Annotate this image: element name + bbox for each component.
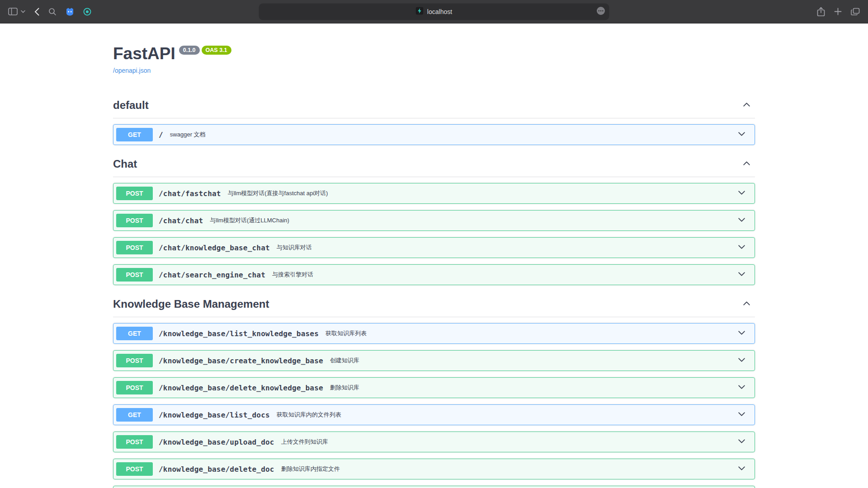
collapse-tag-button[interactable] [738,98,755,113]
api-sections: defaultGET/swagger 文档ChatPOST/chat/fastc… [113,94,755,488]
method-badge: POST [116,214,153,227]
operation-summary: 与搜索引擎对话 [272,271,313,279]
expand-operation-button[interactable] [733,408,750,422]
operation-row[interactable]: GET/knowledge_base/list_docs获取知识库内的文件列表 [113,404,755,425]
chevron-down-icon [737,328,746,339]
search-icon [48,8,57,16]
operation-row[interactable]: POST/knowledge_base/delete_knowledge_bas… [113,377,755,398]
chevron-down-icon [737,129,746,140]
share-icon [817,7,825,17]
method-badge: POST [116,241,153,254]
operation-path: /chat/knowledge_base_chat [159,244,270,252]
operation-path: /knowledge_base/upload_doc [159,438,274,446]
operation-row[interactable]: POST/knowledge_base/update_doc更新现有文件到知识库 [113,486,755,488]
method-badge: GET [116,408,153,422]
collapse-tag-button[interactable] [738,157,755,171]
tab-overview-icon [851,8,860,16]
method-badge: POST [116,462,153,476]
chevron-down-icon [737,215,746,226]
site-favicon [416,7,424,16]
chevron-up-icon [742,100,751,111]
plus-icon [834,8,842,15]
sidebar-toggle-icon [8,8,18,15]
tag-title: Chat [113,158,137,170]
extension-blue-button[interactable] [65,7,75,17]
version-badge: 0.1.0 [179,46,200,55]
operation-row[interactable]: POST/knowledge_base/upload_doc上传文件到知识库 [113,432,755,452]
operation-summary: 与知识库对话 [277,244,312,252]
chevron-down-icon [737,409,746,420]
address-bar[interactable]: localhost [259,3,609,20]
new-tab-button[interactable] [833,7,843,16]
operation-row[interactable]: POST/chat/chat与llm模型对话(通过LLMChain) [113,210,755,231]
browser-window: localhost [0,0,868,488]
operation-path: /knowledge_base/create_knowledge_base [159,357,323,365]
chevron-down-icon [737,436,746,447]
chevron-up-icon [742,159,751,169]
operation-row[interactable]: POST/chat/search_engine_chat与搜索引擎对话 [113,264,755,285]
tag-header[interactable]: default [113,94,755,118]
expand-operation-button[interactable] [733,213,750,228]
operation-summary: swagger 文档 [170,131,206,139]
tab-overview-button[interactable] [850,7,861,17]
oas-badge: OAS 3.1 [202,46,231,55]
extension-teal-button[interactable] [82,7,92,17]
operation-row[interactable]: POST/chat/fastchat与llm模型对话(直接与fastchat a… [113,183,755,204]
chevron-up-icon [742,299,751,310]
operation-path: /chat/chat [159,216,203,225]
share-button[interactable] [816,6,826,18]
operation-row[interactable]: POST/knowledge_base/create_knowledge_bas… [113,350,755,371]
expand-operation-button[interactable] [733,462,750,476]
expand-operation-button[interactable] [733,127,750,142]
expand-operation-button[interactable] [733,267,750,282]
openapi-spec-link[interactable]: /openapi.json [113,67,151,74]
expand-operation-button[interactable] [733,326,750,341]
extension-blue-icon [66,8,74,16]
method-badge: GET [116,128,153,141]
tag-header[interactable]: Chat [113,152,755,177]
chevron-down-icon [737,242,746,253]
expand-operation-button[interactable] [733,353,750,368]
expand-operation-button[interactable] [733,240,750,255]
operation-summary: 删除知识库内指定文件 [281,465,340,473]
method-badge: GET [116,327,153,340]
toolbar-right-group [816,6,861,18]
operation-summary: 创建知识库 [330,357,359,365]
operation-summary: 与llm模型对话(通过LLMChain) [210,216,289,225]
extension-teal-icon [83,8,91,16]
operation-path: /knowledge_base/delete_doc [159,465,274,474]
operation-path: /chat/fastchat [159,189,221,198]
method-badge: POST [116,187,153,200]
search-button[interactable] [47,7,57,17]
back-button[interactable] [33,7,40,17]
browser-toolbar: localhost [0,0,868,23]
collapse-tag-button[interactable] [738,297,755,311]
sidebar-menu-button[interactable] [20,9,26,14]
operation-row[interactable]: GET/swagger 文档 [113,124,755,145]
api-tag-section: Knowledge Base ManagementGET/knowledge_b… [113,292,755,488]
operation-row[interactable]: GET/knowledge_base/list_knowledge_bases获… [113,323,755,344]
expand-operation-button[interactable] [733,380,750,395]
chevron-left-icon [34,8,39,16]
sidebar-toggle-button[interactable] [7,7,19,16]
tag-title: default [113,99,149,112]
operation-path: / [159,131,163,139]
api-tag-section: defaultGET/swagger 文档 [113,94,755,145]
tag-header[interactable]: Knowledge Base Management [113,292,755,317]
operation-path: /knowledge_base/list_knowledge_bases [159,329,319,338]
tag-title: Knowledge Base Management [113,298,269,310]
operation-path: /knowledge_base/delete_knowledge_base [159,384,323,392]
operation-row[interactable]: POST/knowledge_base/delete_doc删除知识库内指定文件 [113,459,755,479]
ellipsis-icon [596,6,606,17]
operation-path: /chat/search_engine_chat [159,271,265,279]
expand-operation-button[interactable] [733,186,750,201]
address-url: localhost [427,8,452,15]
operation-summary: 删除知识库 [330,384,359,392]
chevron-down-icon [737,269,746,280]
operation-summary: 上传文件到知识库 [281,438,328,446]
chevron-down-icon [737,188,746,199]
operation-row[interactable]: POST/chat/knowledge_base_chat与知识库对话 [113,237,755,258]
api-info: FastAPI0.1.0OAS 3.1 /openapi.json [113,44,755,75]
page-menu-button[interactable] [596,6,606,17]
expand-operation-button[interactable] [733,435,750,449]
